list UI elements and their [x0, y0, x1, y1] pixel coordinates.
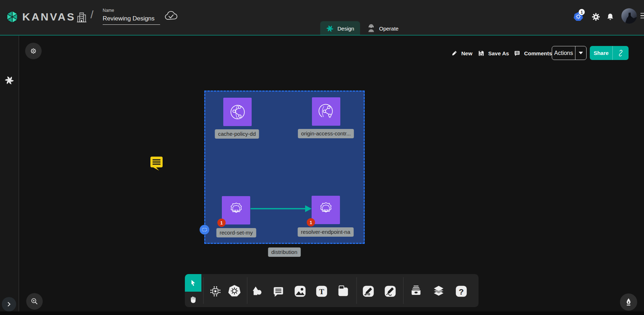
pen-path-icon	[361, 284, 375, 298]
meshery-swirl-icon[interactable]	[4, 75, 14, 85]
flower-asterisk-icon	[29, 46, 38, 56]
tool-shapes[interactable]	[249, 283, 265, 299]
tool-kubernetes[interactable]	[227, 283, 242, 299]
link-icon	[617, 49, 625, 57]
header-accent-line	[0, 35, 644, 36]
svg-text:?: ?	[459, 287, 464, 296]
cursor-arrow-icon	[188, 278, 198, 288]
zoom-in-icon	[30, 297, 39, 306]
save-as-button[interactable]: Save As	[477, 47, 509, 60]
tool-text[interactable]: T	[314, 283, 330, 299]
node-record-set[interactable]: 53	[222, 196, 250, 224]
pencil-draw-icon	[383, 284, 397, 298]
dock-divider	[247, 277, 247, 304]
settings-gear-icon[interactable]	[591, 12, 601, 22]
zoom-in-button[interactable]	[26, 293, 43, 310]
layers-icon	[432, 284, 445, 298]
canvas-actions-button[interactable]	[25, 43, 42, 59]
actions-button-label: Actions	[552, 50, 575, 56]
k8s-context-count-badge: 1	[579, 9, 585, 15]
comments-bubble-icon	[513, 50, 521, 57]
name-field-label: Name	[103, 8, 160, 13]
tab-design-label: Design	[337, 26, 354, 32]
tool-pencil[interactable]	[382, 283, 398, 299]
hand-icon	[188, 295, 198, 304]
dock-divider	[403, 277, 403, 304]
canvas-comment-marker[interactable]	[148, 155, 165, 171]
caret-down-icon	[579, 52, 583, 54]
window-bottom-edge	[0, 311, 644, 315]
cloud-saved-icon	[164, 10, 178, 22]
svg-text:T: T	[319, 287, 324, 296]
tool-dock: T	[185, 274, 479, 307]
group-selection-handle[interactable]	[200, 225, 209, 235]
cloudfront-cache-policy-icon	[227, 101, 249, 123]
kanvas-app: KANVAS / Name	[0, 0, 644, 315]
node-label-cache-policy[interactable]: cache-policy-dd	[215, 129, 259, 139]
breadcrumb-separator: /	[90, 9, 93, 21]
actions-dropdown-button[interactable]: Actions	[552, 46, 587, 60]
tool-help[interactable]: ?	[453, 283, 469, 299]
share-button[interactable]: Share	[590, 46, 629, 60]
help-question-icon: ?	[454, 284, 468, 298]
pen-nib-icon	[624, 297, 634, 307]
design-swirl-icon	[326, 24, 334, 32]
sidebar-expand-button[interactable]	[2, 297, 16, 311]
user-avatar[interactable]	[621, 8, 637, 24]
design-name-input[interactable]	[103, 14, 160, 25]
chevron-right-icon	[5, 301, 13, 308]
overflow-menu-icon[interactable]	[640, 13, 644, 20]
avatar-image	[621, 8, 637, 24]
tab-design[interactable]: Design	[320, 21, 360, 36]
tab-operate[interactable]: Operate	[361, 21, 404, 36]
dashed-rect-icon	[202, 228, 207, 231]
node-label-resolver-endpoint[interactable]: resolver-endpoint-na	[298, 227, 354, 237]
app-header: KANVAS / Name	[0, 0, 644, 35]
comments-button[interactable]: Comments	[513, 47, 552, 60]
component-circuit-icon	[209, 284, 222, 298]
operate-person-icon	[367, 24, 375, 33]
drawer-archive-icon	[409, 284, 423, 298]
tab-operate-label: Operate	[379, 26, 398, 32]
kanvas-logo[interactable]: KANVAS	[5, 10, 75, 24]
node-label-record-set[interactable]: record-set-my	[216, 228, 256, 237]
note-card-icon	[336, 284, 350, 298]
tool-layers[interactable]	[431, 283, 447, 299]
actions-caret-button[interactable]	[575, 52, 586, 54]
pen-mode-button[interactable]	[620, 293, 637, 311]
record-set-error-badge: 1	[218, 219, 226, 227]
tool-pan[interactable]	[186, 292, 201, 307]
node-origin-access-control[interactable]	[312, 97, 340, 126]
tool-component[interactable]	[207, 283, 223, 299]
notifications-bell-icon[interactable]	[606, 12, 615, 22]
edge-record-to-resolver	[249, 204, 314, 213]
tool-comment[interactable]	[270, 283, 286, 299]
group-label-distribution[interactable]: distribution	[268, 247, 301, 257]
organization-icon[interactable]	[75, 10, 88, 24]
dock-divider	[356, 277, 357, 304]
comments-button-label: Comments	[524, 50, 552, 56]
design-name-block: Name	[103, 8, 160, 25]
share-button-label: Share	[590, 50, 612, 56]
comment-bubble-icon	[272, 285, 285, 298]
tool-select[interactable]	[185, 274, 201, 292]
node-cache-policy[interactable]	[223, 98, 252, 126]
route53-resolver-endpoint-icon: 53	[315, 199, 337, 221]
logo-text: KANVAS	[22, 11, 75, 23]
node-label-origin-access[interactable]: origin-access-contr...	[298, 129, 354, 138]
copy-link-button[interactable]	[613, 49, 629, 57]
shapes-icon	[250, 284, 264, 298]
save-floppy-icon	[477, 50, 485, 57]
node-resolver-endpoint[interactable]: 53	[312, 196, 340, 224]
tool-image[interactable]	[292, 283, 308, 299]
tool-pen[interactable]	[360, 283, 376, 299]
resolver-endpoint-error-badge: 1	[307, 218, 315, 227]
svg-text:53: 53	[324, 208, 328, 212]
tool-drawer[interactable]	[408, 283, 424, 299]
cloudfront-origin-access-icon	[315, 101, 337, 123]
save-as-button-label: Save As	[488, 50, 509, 56]
kubernetes-context-button[interactable]: 1	[573, 11, 584, 24]
tool-note[interactable]	[335, 283, 351, 299]
kubernetes-wheel-icon	[227, 284, 242, 298]
new-button[interactable]: New	[451, 47, 472, 60]
